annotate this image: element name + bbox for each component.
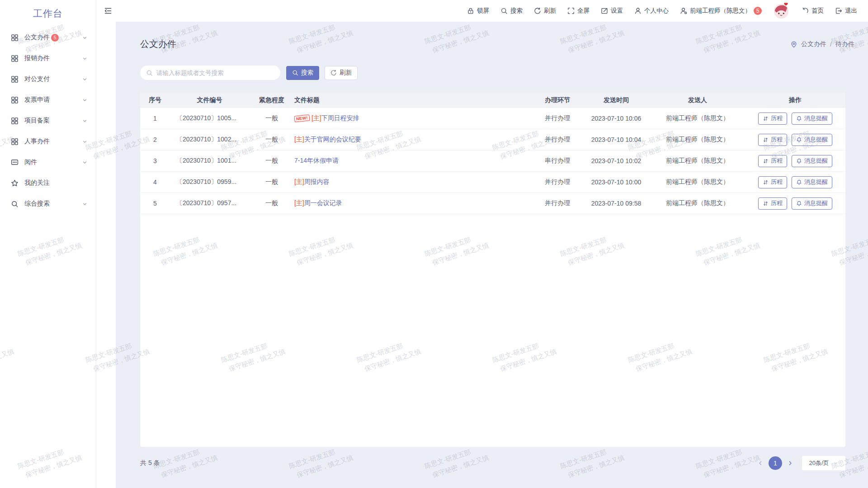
- column-header: 紧急程度: [249, 96, 294, 104]
- document-title-link[interactable]: 7-14年休假申请: [294, 157, 339, 165]
- avatar[interactable]: [773, 2, 790, 19]
- table-row: 5 〔20230710〕0957... 一般 [主] 周一会议记录 并行办理 2…: [140, 193, 845, 214]
- search-button[interactable]: 搜索: [286, 66, 319, 80]
- doc-tag: [主]: [311, 114, 321, 122]
- history-icon: [763, 201, 769, 206]
- home-icon: [802, 7, 809, 14]
- urgency: 一般: [265, 178, 278, 186]
- total-count: 共 5 条: [140, 459, 160, 467]
- header-refresh-button[interactable]: 刷新: [534, 7, 556, 15]
- header-search-button[interactable]: 搜索: [500, 7, 523, 15]
- document-title-link[interactable]: 关于官网的会议纪要: [304, 136, 361, 144]
- chevron-down-icon: [82, 139, 88, 145]
- breadcrumb: 公文办件 / 待办件: [790, 40, 854, 48]
- notify-button[interactable]: 消息提醒: [792, 113, 832, 125]
- urgency: 一般: [265, 199, 278, 207]
- sender: 前端工程师（陈思文）: [666, 178, 729, 186]
- search-input[interactable]: [156, 70, 274, 76]
- header-items: 锁屏 搜索 刷新 全屏 设置 个人中心 前端工程师（陈思文） 5: [467, 7, 762, 15]
- chevron-down-icon: [82, 76, 88, 82]
- send-time: 2023-07-10 10:04: [591, 136, 642, 143]
- sidebar-item-3[interactable]: 对公支付: [0, 69, 96, 89]
- page-title: 公文办件: [140, 38, 176, 50]
- row-index: 1: [153, 115, 157, 122]
- document-title-link[interactable]: 周一会议记录: [304, 199, 342, 207]
- header-user-button[interactable]: 个人中心: [634, 7, 669, 15]
- header-user-badge-button[interactable]: 前端工程师（陈思文） 5: [680, 7, 762, 15]
- search-box: [140, 66, 280, 80]
- history-button[interactable]: 历程: [758, 113, 787, 125]
- page-number-button[interactable]: 1: [769, 456, 782, 470]
- history-button[interactable]: 历程: [758, 176, 787, 188]
- file-number: 〔20230710〕1005...: [176, 114, 236, 122]
- grid-icon: [11, 117, 19, 125]
- logout-icon: [835, 7, 842, 14]
- breadcrumb-current: 待办件: [835, 40, 854, 48]
- chevron-down-icon: [82, 35, 88, 41]
- sidebar-item-7[interactable]: 阅件: [0, 152, 96, 173]
- page-size-select[interactable]: 20条/页: [802, 456, 845, 470]
- header-home-button[interactable]: 首页: [802, 7, 824, 15]
- column-header: 序号: [140, 96, 170, 104]
- header-fullscreen-button[interactable]: 全屏: [567, 7, 590, 15]
- document-title-link[interactable]: 下周日程安排: [321, 114, 359, 122]
- bell-icon: [796, 137, 802, 143]
- column-header: 文件编号: [170, 96, 249, 104]
- sidebar-item-6[interactable]: 人事办件: [0, 131, 96, 152]
- column-header: 发送时间: [582, 96, 650, 104]
- notify-button[interactable]: 消息提醒: [792, 134, 832, 146]
- sidebar-item-9[interactable]: 综合搜索: [0, 193, 96, 214]
- pagination: 1 20条/页: [757, 456, 845, 470]
- grid-icon: [11, 55, 19, 62]
- notify-button[interactable]: 消息提醒: [792, 155, 832, 167]
- chevron-down-icon: [833, 460, 839, 466]
- sidebar: 工作台 公文办件 5 报销办件 对公支付 发票申请 项目备案 人事办件 阅件: [0, 0, 96, 488]
- table-row: 3 〔20230710〕1001... 一般 7-14年休假申请 串行办理 20…: [140, 150, 845, 172]
- chevron-down-icon: [82, 118, 88, 124]
- doc-tag: [主]: [294, 136, 304, 144]
- urgency: 一般: [265, 136, 278, 144]
- notify-button[interactable]: 消息提醒: [792, 176, 832, 188]
- sidebar-item-4[interactable]: 发票申请: [0, 89, 96, 110]
- sidebar-item-8[interactable]: 我的关注: [0, 173, 96, 193]
- search-icon: [11, 200, 19, 208]
- sender: 前端工程师（陈思文）: [666, 136, 729, 144]
- user-icon: [634, 7, 642, 14]
- history-icon: [763, 179, 769, 185]
- header-lock-button[interactable]: 锁屏: [467, 7, 489, 15]
- file-number: 〔20230710〕0959...: [176, 178, 236, 186]
- process-step: 并行办理: [545, 136, 570, 144]
- user-badge-icon: [680, 7, 687, 14]
- history-button[interactable]: 历程: [758, 197, 787, 210]
- breadcrumb-first[interactable]: 公文办件: [801, 40, 826, 48]
- history-button[interactable]: 历程: [758, 134, 787, 146]
- grid-icon: [11, 75, 19, 83]
- prev-page-button[interactable]: [757, 460, 764, 467]
- doc-tag: [主]: [294, 199, 304, 207]
- notify-button[interactable]: 消息提醒: [792, 197, 832, 210]
- bell-icon: [796, 116, 802, 122]
- bell-icon: [796, 179, 802, 185]
- sidebar-item-5[interactable]: 项目备案: [0, 110, 96, 131]
- grid-icon: [11, 96, 19, 104]
- refresh-button[interactable]: 刷新: [325, 66, 358, 80]
- sidebar-item-1[interactable]: 公文办件 5: [0, 27, 96, 48]
- row-index: 5: [153, 200, 157, 207]
- sidebar-item-2[interactable]: 报销办件: [0, 48, 96, 69]
- chevron-down-icon: [82, 201, 88, 207]
- header-settings-button[interactable]: 设置: [601, 7, 623, 15]
- menu-fold-icon[interactable]: [104, 7, 112, 15]
- table-row: 1 〔20230710〕1005... 一般 NEW! [主] 下周日程安排 并…: [140, 108, 845, 129]
- urgency: 一般: [265, 114, 278, 122]
- next-page-button[interactable]: [787, 460, 794, 467]
- document-title-link[interactable]: 周报内容: [304, 178, 330, 186]
- process-step: 并行办理: [545, 199, 570, 207]
- header-logout-button[interactable]: 退出: [835, 7, 857, 15]
- row-index: 4: [153, 178, 157, 186]
- table-header: 序号 文件编号 紧急程度 文件标题 办理环节 发送时间 发送人 操作: [140, 93, 845, 108]
- process-step: 并行办理: [545, 178, 570, 186]
- send-time: 2023-07-10 10:00: [591, 178, 642, 186]
- history-button[interactable]: 历程: [758, 155, 787, 167]
- search-icon: [292, 70, 298, 76]
- sidebar-menu: 公文办件 5 报销办件 对公支付 发票申请 项目备案 人事办件 阅件 我的关注: [0, 27, 96, 214]
